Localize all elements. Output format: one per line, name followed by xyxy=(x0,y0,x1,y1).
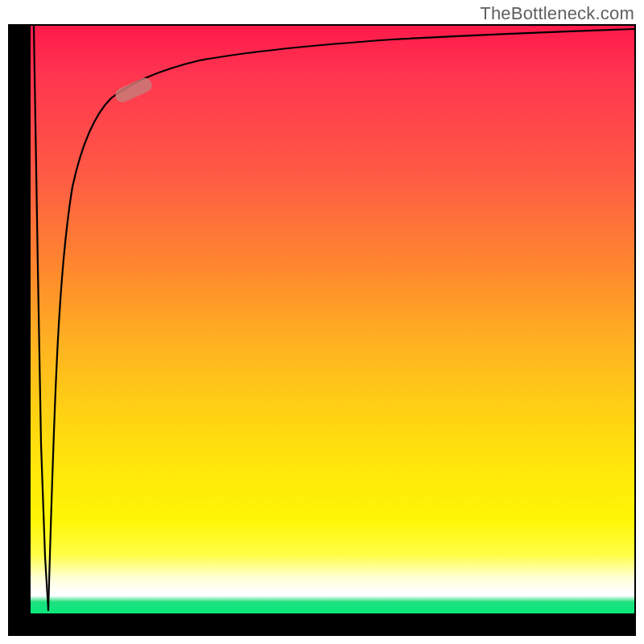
curve-layer xyxy=(31,26,634,613)
watermark-text: TheBottleneck.com xyxy=(480,3,634,24)
plot-area xyxy=(31,26,634,613)
spike-curve xyxy=(34,26,48,610)
log-curve xyxy=(48,29,634,610)
svg-rect-0 xyxy=(113,76,154,105)
curve-marker xyxy=(113,76,154,105)
